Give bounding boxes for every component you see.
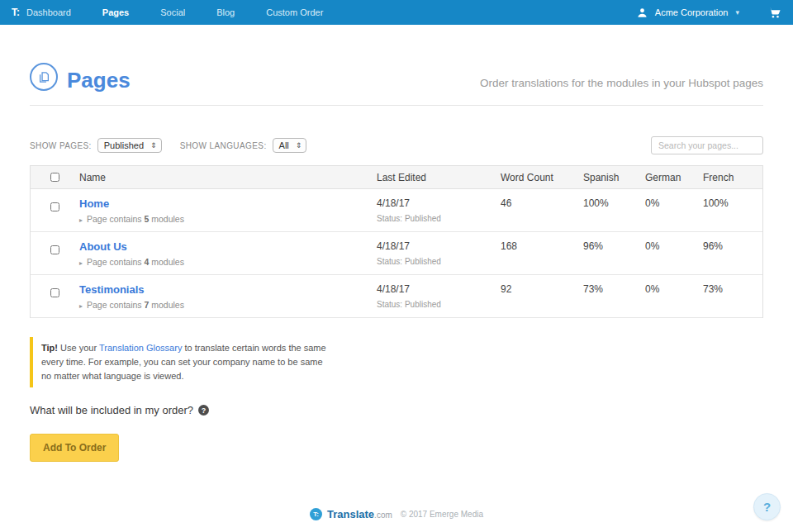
- header-divider: [30, 105, 763, 106]
- nav-items: Dashboard Pages Social Blog Custom Order: [26, 0, 339, 25]
- account-name: Acme Corporation: [655, 7, 729, 17]
- french-percent: 100%: [703, 189, 762, 209]
- expand-arrow-icon: ▸: [79, 216, 83, 224]
- german-percent: 0%: [645, 232, 703, 252]
- user-avatar-icon: [635, 6, 649, 20]
- account-menu[interactable]: Acme Corporation ▾: [635, 6, 739, 20]
- add-to-order-button[interactable]: Add To Order: [30, 434, 119, 462]
- help-question-icon[interactable]: ?: [198, 405, 209, 416]
- nav-item-dashboard[interactable]: Dashboard: [26, 0, 87, 25]
- nav-item-custom-order[interactable]: Custom Order: [250, 0, 339, 25]
- page-name-link[interactable]: About Us: [79, 240, 127, 253]
- search-input[interactable]: [651, 136, 763, 154]
- footer-copyright: © 2017 Emerge Media: [401, 510, 483, 519]
- filters-bar: SHOW PAGES: Published ⇕ SHOW LANGUAGES: …: [30, 136, 763, 154]
- modules-summary[interactable]: ▸Page contains 5 modules: [79, 214, 377, 224]
- col-header-word-count: Word Count: [501, 172, 583, 183]
- modules-summary[interactable]: ▸Page contains 7 modules: [79, 300, 377, 310]
- table-row: Testimonials ▸Page contains 7 modules 4/…: [31, 275, 762, 318]
- nav-item-social[interactable]: Social: [145, 0, 201, 25]
- status-text: Status: Published: [377, 214, 501, 223]
- brand-logo[interactable]: T:: [12, 7, 20, 18]
- show-languages-value: All: [279, 140, 289, 150]
- col-header-name: Name: [79, 172, 377, 183]
- table-header-row: Name Last Edited Word Count Spanish Germ…: [31, 166, 762, 189]
- show-pages-value: Published: [104, 140, 144, 150]
- last-edited-date: 4/18/17: [377, 283, 501, 295]
- select-arrows-icon: ⇕: [150, 142, 157, 150]
- main-content: Pages Order translations for the modules…: [30, 63, 763, 462]
- table-row: Home ▸Page contains 5 modules 4/18/17 St…: [31, 189, 762, 232]
- modules-summary[interactable]: ▸Page contains 4 modules: [79, 257, 377, 267]
- footer-brand-link[interactable]: Translate.com: [327, 508, 392, 520]
- spanish-percent: 100%: [583, 189, 645, 209]
- show-pages-select[interactable]: Published ⇕: [97, 138, 162, 153]
- chevron-down-icon: ▾: [735, 8, 739, 17]
- select-all-checkbox[interactable]: [50, 173, 59, 182]
- col-header-last-edited: Last Edited: [377, 172, 501, 183]
- footer-logo-icon: T:: [310, 508, 322, 520]
- status-text: Status: Published: [377, 257, 501, 266]
- expand-arrow-icon: ▸: [79, 302, 83, 310]
- order-question-text: What will be included in my order?: [30, 404, 193, 416]
- word-count-value: 92: [501, 275, 583, 295]
- german-percent: 0%: [645, 189, 703, 209]
- top-navbar: T: Dashboard Pages Social Blog Custom Or…: [0, 0, 793, 25]
- page-subtitle: Order translations for the modules in yo…: [480, 77, 763, 91]
- pages-icon: [30, 63, 58, 91]
- page-name-link[interactable]: Testimonials: [79, 283, 145, 296]
- expand-arrow-icon: ▸: [79, 259, 83, 267]
- pages-table: Name Last Edited Word Count Spanish Germ…: [30, 165, 763, 318]
- show-languages-label: SHOW LANGUAGES:: [180, 141, 267, 150]
- table-row: About Us ▸Page contains 4 modules 4/18/1…: [31, 232, 762, 275]
- tip-label: Tip!: [41, 343, 58, 353]
- tip-text-before: Use your: [60, 343, 97, 353]
- row-checkbox[interactable]: [50, 288, 59, 297]
- footer: T: Translate.com © 2017 Emerge Media: [0, 508, 793, 520]
- order-question: What will be included in my order? ?: [30, 404, 763, 416]
- show-pages-label: SHOW PAGES:: [30, 141, 92, 150]
- page-title: Pages: [67, 69, 131, 91]
- show-languages-select[interactable]: All ⇕: [273, 138, 307, 153]
- nav-item-blog[interactable]: Blog: [201, 0, 250, 25]
- french-percent: 96%: [703, 232, 762, 252]
- last-edited-date: 4/18/17: [377, 240, 501, 252]
- page-name-link[interactable]: Home: [79, 197, 109, 210]
- row-checkbox[interactable]: [50, 245, 59, 254]
- nav-item-pages[interactable]: Pages: [87, 0, 145, 25]
- last-edited-date: 4/18/17: [377, 197, 501, 209]
- col-header-german: German: [645, 172, 703, 183]
- page-header: Pages Order translations for the modules…: [30, 63, 763, 91]
- cart-icon: [767, 6, 781, 20]
- cart-button[interactable]: [767, 6, 781, 20]
- select-arrows-icon: ⇕: [296, 142, 302, 150]
- french-percent: 73%: [703, 275, 762, 295]
- row-checkbox[interactable]: [50, 202, 59, 211]
- help-fab-button[interactable]: ?: [753, 493, 781, 520]
- status-text: Status: Published: [377, 300, 501, 309]
- tip-box: Tip! Use your Translation Glossary to tr…: [30, 337, 326, 387]
- col-header-french: French: [703, 172, 762, 183]
- spanish-percent: 73%: [583, 275, 645, 295]
- word-count-value: 168: [501, 232, 583, 252]
- word-count-value: 46: [501, 189, 583, 209]
- translation-glossary-link[interactable]: Translation Glossary: [99, 343, 182, 353]
- col-header-spanish: Spanish: [583, 172, 645, 183]
- german-percent: 0%: [645, 275, 703, 295]
- spanish-percent: 96%: [583, 232, 645, 252]
